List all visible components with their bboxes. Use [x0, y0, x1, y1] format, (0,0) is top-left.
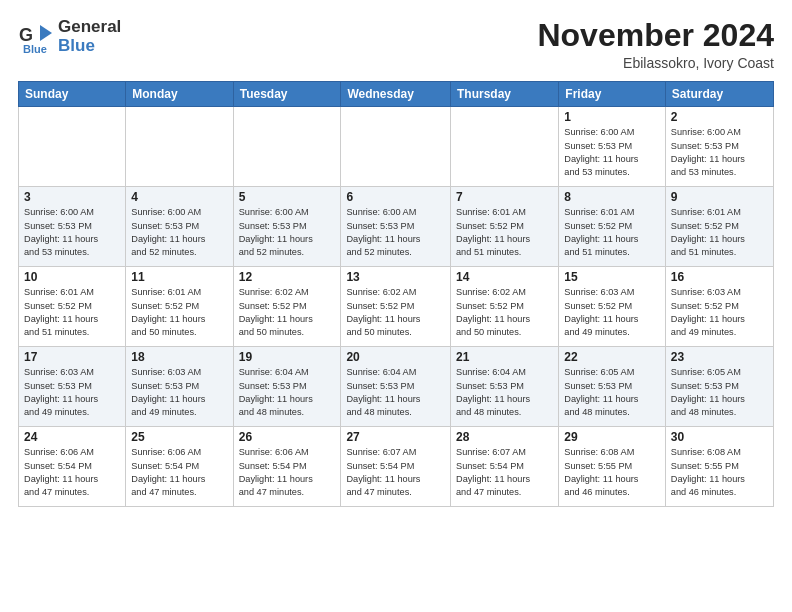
week-row-4: 17Sunrise: 6:03 AM Sunset: 5:53 PM Dayli… [19, 347, 774, 427]
day-number: 20 [346, 350, 445, 364]
day-number: 26 [239, 430, 336, 444]
calendar-cell [341, 107, 451, 187]
calendar-cell: 10Sunrise: 6:01 AM Sunset: 5:52 PM Dayli… [19, 267, 126, 347]
day-number: 12 [239, 270, 336, 284]
svg-text:G: G [19, 25, 33, 45]
week-row-3: 10Sunrise: 6:01 AM Sunset: 5:52 PM Dayli… [19, 267, 774, 347]
day-number: 19 [239, 350, 336, 364]
day-number: 17 [24, 350, 120, 364]
col-friday: Friday [559, 82, 666, 107]
day-number: 14 [456, 270, 553, 284]
col-tuesday: Tuesday [233, 82, 341, 107]
calendar-cell: 23Sunrise: 6:05 AM Sunset: 5:53 PM Dayli… [665, 347, 773, 427]
day-info: Sunrise: 6:03 AM Sunset: 5:52 PM Dayligh… [564, 286, 660, 339]
day-info: Sunrise: 6:08 AM Sunset: 5:55 PM Dayligh… [564, 446, 660, 499]
day-number: 1 [564, 110, 660, 124]
day-info: Sunrise: 6:02 AM Sunset: 5:52 PM Dayligh… [456, 286, 553, 339]
day-info: Sunrise: 6:03 AM Sunset: 5:52 PM Dayligh… [671, 286, 768, 339]
day-number: 10 [24, 270, 120, 284]
calendar-cell: 22Sunrise: 6:05 AM Sunset: 5:53 PM Dayli… [559, 347, 666, 427]
day-number: 24 [24, 430, 120, 444]
day-number: 8 [564, 190, 660, 204]
day-number: 25 [131, 430, 227, 444]
calendar-cell: 6Sunrise: 6:00 AM Sunset: 5:53 PM Daylig… [341, 187, 451, 267]
week-row-5: 24Sunrise: 6:06 AM Sunset: 5:54 PM Dayli… [19, 427, 774, 507]
calendar-cell: 18Sunrise: 6:03 AM Sunset: 5:53 PM Dayli… [126, 347, 233, 427]
col-saturday: Saturday [665, 82, 773, 107]
calendar-cell: 24Sunrise: 6:06 AM Sunset: 5:54 PM Dayli… [19, 427, 126, 507]
day-info: Sunrise: 6:06 AM Sunset: 5:54 PM Dayligh… [131, 446, 227, 499]
day-info: Sunrise: 6:07 AM Sunset: 5:54 PM Dayligh… [346, 446, 445, 499]
day-number: 15 [564, 270, 660, 284]
logo-icon: G Blue [18, 19, 54, 55]
day-info: Sunrise: 6:00 AM Sunset: 5:53 PM Dayligh… [239, 206, 336, 259]
col-thursday: Thursday [451, 82, 559, 107]
location: Ebilassokro, Ivory Coast [537, 55, 774, 71]
calendar: Sunday Monday Tuesday Wednesday Thursday… [18, 81, 774, 507]
day-info: Sunrise: 6:00 AM Sunset: 5:53 PM Dayligh… [346, 206, 445, 259]
calendar-cell [19, 107, 126, 187]
calendar-cell: 11Sunrise: 6:01 AM Sunset: 5:52 PM Dayli… [126, 267, 233, 347]
day-info: Sunrise: 6:03 AM Sunset: 5:53 PM Dayligh… [24, 366, 120, 419]
logo-general: General [58, 18, 121, 37]
col-sunday: Sunday [19, 82, 126, 107]
day-info: Sunrise: 6:04 AM Sunset: 5:53 PM Dayligh… [456, 366, 553, 419]
day-info: Sunrise: 6:04 AM Sunset: 5:53 PM Dayligh… [346, 366, 445, 419]
day-number: 22 [564, 350, 660, 364]
header: G Blue General Blue November 2024 Ebilas… [18, 18, 774, 71]
day-info: Sunrise: 6:05 AM Sunset: 5:53 PM Dayligh… [564, 366, 660, 419]
day-info: Sunrise: 6:04 AM Sunset: 5:53 PM Dayligh… [239, 366, 336, 419]
day-info: Sunrise: 6:00 AM Sunset: 5:53 PM Dayligh… [564, 126, 660, 179]
day-number: 7 [456, 190, 553, 204]
logo: G Blue General Blue [18, 18, 121, 55]
calendar-cell: 8Sunrise: 6:01 AM Sunset: 5:52 PM Daylig… [559, 187, 666, 267]
day-number: 27 [346, 430, 445, 444]
day-number: 28 [456, 430, 553, 444]
day-info: Sunrise: 6:06 AM Sunset: 5:54 PM Dayligh… [239, 446, 336, 499]
day-info: Sunrise: 6:03 AM Sunset: 5:53 PM Dayligh… [131, 366, 227, 419]
calendar-cell: 29Sunrise: 6:08 AM Sunset: 5:55 PM Dayli… [559, 427, 666, 507]
week-row-2: 3Sunrise: 6:00 AM Sunset: 5:53 PM Daylig… [19, 187, 774, 267]
calendar-cell: 19Sunrise: 6:04 AM Sunset: 5:53 PM Dayli… [233, 347, 341, 427]
page: G Blue General Blue November 2024 Ebilas… [0, 0, 792, 521]
day-number: 3 [24, 190, 120, 204]
calendar-cell: 15Sunrise: 6:03 AM Sunset: 5:52 PM Dayli… [559, 267, 666, 347]
logo-text: General Blue [58, 18, 121, 55]
title-block: November 2024 Ebilassokro, Ivory Coast [537, 18, 774, 71]
day-info: Sunrise: 6:01 AM Sunset: 5:52 PM Dayligh… [131, 286, 227, 339]
calendar-cell: 28Sunrise: 6:07 AM Sunset: 5:54 PM Dayli… [451, 427, 559, 507]
day-info: Sunrise: 6:05 AM Sunset: 5:53 PM Dayligh… [671, 366, 768, 419]
day-info: Sunrise: 6:01 AM Sunset: 5:52 PM Dayligh… [564, 206, 660, 259]
day-number: 18 [131, 350, 227, 364]
calendar-cell: 7Sunrise: 6:01 AM Sunset: 5:52 PM Daylig… [451, 187, 559, 267]
day-info: Sunrise: 6:02 AM Sunset: 5:52 PM Dayligh… [346, 286, 445, 339]
calendar-cell: 9Sunrise: 6:01 AM Sunset: 5:52 PM Daylig… [665, 187, 773, 267]
calendar-cell [451, 107, 559, 187]
calendar-cell: 2Sunrise: 6:00 AM Sunset: 5:53 PM Daylig… [665, 107, 773, 187]
day-info: Sunrise: 6:01 AM Sunset: 5:52 PM Dayligh… [456, 206, 553, 259]
day-number: 11 [131, 270, 227, 284]
col-monday: Monday [126, 82, 233, 107]
calendar-cell: 3Sunrise: 6:00 AM Sunset: 5:53 PM Daylig… [19, 187, 126, 267]
calendar-cell: 13Sunrise: 6:02 AM Sunset: 5:52 PM Dayli… [341, 267, 451, 347]
day-number: 23 [671, 350, 768, 364]
day-info: Sunrise: 6:00 AM Sunset: 5:53 PM Dayligh… [24, 206, 120, 259]
calendar-cell: 26Sunrise: 6:06 AM Sunset: 5:54 PM Dayli… [233, 427, 341, 507]
day-number: 21 [456, 350, 553, 364]
day-number: 6 [346, 190, 445, 204]
week-row-1: 1Sunrise: 6:00 AM Sunset: 5:53 PM Daylig… [19, 107, 774, 187]
calendar-cell: 4Sunrise: 6:00 AM Sunset: 5:53 PM Daylig… [126, 187, 233, 267]
col-wednesday: Wednesday [341, 82, 451, 107]
day-number: 9 [671, 190, 768, 204]
calendar-cell: 20Sunrise: 6:04 AM Sunset: 5:53 PM Dayli… [341, 347, 451, 427]
day-number: 16 [671, 270, 768, 284]
calendar-cell: 17Sunrise: 6:03 AM Sunset: 5:53 PM Dayli… [19, 347, 126, 427]
calendar-cell: 27Sunrise: 6:07 AM Sunset: 5:54 PM Dayli… [341, 427, 451, 507]
calendar-cell [126, 107, 233, 187]
day-info: Sunrise: 6:01 AM Sunset: 5:52 PM Dayligh… [24, 286, 120, 339]
calendar-cell: 12Sunrise: 6:02 AM Sunset: 5:52 PM Dayli… [233, 267, 341, 347]
calendar-cell: 5Sunrise: 6:00 AM Sunset: 5:53 PM Daylig… [233, 187, 341, 267]
day-number: 4 [131, 190, 227, 204]
month-title: November 2024 [537, 18, 774, 53]
calendar-cell: 16Sunrise: 6:03 AM Sunset: 5:52 PM Dayli… [665, 267, 773, 347]
